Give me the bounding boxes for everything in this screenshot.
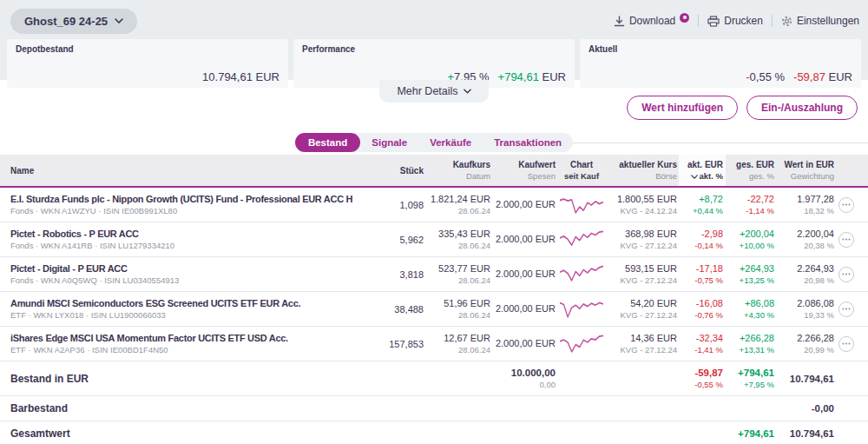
position-meta: Fonds · WKN A1WZYU · ISIN IE00B991XL80 [10, 206, 383, 215]
print-button[interactable]: Drucken [707, 15, 763, 27]
col-header-kaufwert[interactable]: KaufwertSpesen [495, 160, 556, 181]
position-meta: Fonds · WKN A141RB · ISIN LU1279334210 [10, 241, 383, 250]
card-label: Aktuell [589, 44, 852, 54]
ges-eur-total-cell: +794,61+7,95 % [727, 368, 774, 389]
position-name-cell[interactable]: Amundi MSCI Semiconductors ESG Screened … [10, 298, 383, 320]
tab-bestand[interactable]: Bestand [295, 133, 360, 152]
row-menu-button[interactable] [838, 232, 854, 248]
sparkline-chart [560, 298, 603, 321]
position-name-cell[interactable]: E.I. Sturdza Funds plc - Nippon Growth (… [10, 194, 383, 215]
col-header-kurs[interactable]: aktueller KursBörse [608, 160, 677, 181]
position-meta: ETF · WKN A2AP36 · ISIN IE00BD1F4N50 [10, 345, 383, 355]
col-header-wert[interactable]: Wert in EURGewichtung [779, 160, 834, 181]
sparkline-cell [560, 263, 603, 286]
deposit-withdrawal-button[interactable]: Ein-/Auszahlung [746, 96, 858, 120]
sparkline-chart [560, 333, 603, 355]
row-menu-button[interactable] [838, 197, 854, 213]
ges-eur-cell: -22,72-1,14 % [727, 194, 774, 215]
kurs-cell: 54,20 EURKVG - 27.12.24 [608, 298, 677, 320]
position-title: Amundi MSCI Semiconductors ESG Screened … [10, 298, 383, 308]
tab-verkaeufe[interactable]: Verkäufe [418, 133, 483, 152]
col-header-chart: Chartseit Kauf [560, 160, 603, 181]
col-header-name[interactable]: Name [10, 166, 383, 176]
akt-eur-cell: -2,98-0,14 % [681, 229, 723, 250]
row-menu-button[interactable] [838, 302, 854, 317]
divider [772, 15, 773, 27]
portfolio-selector[interactable]: Ghost_69 24-25 [10, 9, 137, 34]
sparkline-chart [560, 194, 603, 216]
col-header-stueck[interactable]: Stück [387, 166, 424, 176]
akt-eur-cell: -17,18-0,75 % [681, 263, 723, 285]
chevron-down-icon [464, 89, 471, 94]
kaufkurs-cell: 335,43 EUR28.06.24 [428, 229, 490, 250]
stueck-cell: 5,962 [387, 235, 424, 245]
stueck-cell: 38,488 [387, 304, 424, 315]
download-label: Download [629, 15, 675, 27]
table-row: Pictet - Robotics - P EUR ACC Fonds · WK… [0, 222, 868, 257]
more-details-button[interactable]: Mehr Details [379, 80, 488, 103]
row-menu-button[interactable] [838, 336, 854, 352]
card-label: Depotbestand [16, 44, 279, 54]
add-value-button[interactable]: Wert hinzufügen [627, 96, 738, 120]
position-name-cell[interactable]: Pictet - Robotics - P EUR ACC Fonds · WK… [10, 229, 383, 250]
sparkline-chart [560, 229, 603, 251]
print-label: Drucken [724, 15, 763, 27]
kaufwert-total-cell: 10.000,000,00 [495, 368, 556, 389]
tab-signale[interactable]: Signale [360, 133, 418, 152]
kaufkurs-cell: 523,77 EUR28.06.24 [428, 263, 490, 285]
position-title: iShares Edge MSCI USA Momentum Factor UC… [10, 333, 383, 343]
position-meta: ETF · WKN LYX018 · ISIN LU1900066033 [10, 310, 383, 320]
position-title: E.I. Sturdza Funds plc - Nippon Growth (… [10, 194, 383, 204]
summary-row-label: Bestand in EUR [10, 373, 383, 385]
wert-total-cell: 10.794,61 [779, 374, 834, 384]
table-row: E.I. Sturdza Funds plc - Nippon Growth (… [0, 188, 868, 222]
position-name-cell[interactable]: iShares Edge MSCI USA Momentum Factor UC… [10, 333, 383, 355]
kaufwert-cell: 2.000,00 EUR [495, 338, 556, 350]
download-badge [680, 13, 689, 23]
gesamtwert-wert-cell: 10.794,61 [779, 428, 834, 439]
kaufkurs-cell: 12,67 EUR28.06.24 [428, 333, 490, 355]
ges-eur-cell: +200,04+10,00 % [727, 229, 774, 250]
download-button[interactable]: Download [614, 15, 689, 27]
printer-icon [707, 16, 720, 27]
akt-eur-cell: +8,72+0,44 % [681, 194, 723, 215]
card-label: Performance [302, 44, 566, 54]
stueck-cell: 3,818 [387, 269, 424, 280]
wert-cell: 2.200,0420,38 % [779, 229, 834, 250]
tab-transaktionen[interactable]: Transaktionen [483, 133, 573, 152]
tabs-row: Bestand Signale Verkäufe Transaktionen [0, 133, 868, 152]
wert-cell: 2.086,0819,33 % [779, 298, 834, 320]
kaufkurs-cell: 1.821,24 EUR28.06.24 [428, 194, 490, 215]
ges-eur-cell: +266,28+13,31 % [727, 333, 774, 355]
summary-row-label: Barbestand [10, 402, 383, 414]
position-meta: Fonds · WKN A0Q5WQ · ISIN LU0340554913 [10, 275, 383, 285]
more-details-label: Mehr Details [397, 85, 457, 97]
akt-eur-cell: -16,08-0,76 % [681, 298, 723, 320]
col-header-akt-eur[interactable]: akt. EUR akt. % [679, 155, 726, 186]
tabs-divider-line [573, 142, 868, 143]
col-header-kaufkurs[interactable]: KaufkursDatum [428, 160, 490, 181]
settings-label: Einstellungen [797, 15, 859, 27]
table-row: Pictet - Digital - P EUR ACC Fonds · WKN… [0, 257, 868, 292]
kaufwert-cell: 2.000,00 EUR [495, 303, 556, 315]
portfolio-page: Ghost_69 24-25 Download [0, 0, 868, 444]
top-actions: Download Drucken Einstellungen [614, 15, 859, 27]
table-row: iShares Edge MSCI USA Momentum Factor UC… [0, 327, 868, 361]
stueck-cell: 1,098 [387, 200, 424, 210]
col-header-ges-eur[interactable]: ges. EURges. % [727, 160, 774, 181]
table-row: Amundi MSCI Semiconductors ESG Screened … [0, 292, 868, 327]
row-menu-button[interactable] [838, 267, 854, 282]
sparkline-cell [560, 194, 603, 216]
sparkline-cell [560, 333, 603, 355]
ges-eur-cell: +264,93+13,25 % [727, 263, 774, 285]
kaufwert-cell: 2.000,00 EUR [495, 268, 556, 281]
gear-icon [781, 16, 792, 27]
summary-row-bestand: Bestand in EUR 10.000,000,00 -59,87-0,55… [0, 361, 868, 396]
table-header: Name Stück KaufkursDatum KaufwertSpesen … [0, 155, 868, 188]
kaufwert-cell: 2.000,00 EUR [495, 199, 556, 211]
settings-button[interactable]: Einstellungen [781, 15, 859, 27]
position-name-cell[interactable]: Pictet - Digital - P EUR ACC Fonds · WKN… [10, 263, 383, 285]
wert-cell: 2.266,2820,99 % [779, 333, 834, 355]
position-title: Pictet - Robotics - P EUR ACC [10, 229, 383, 239]
topbar: Ghost_69 24-25 Download [10, 7, 859, 35]
